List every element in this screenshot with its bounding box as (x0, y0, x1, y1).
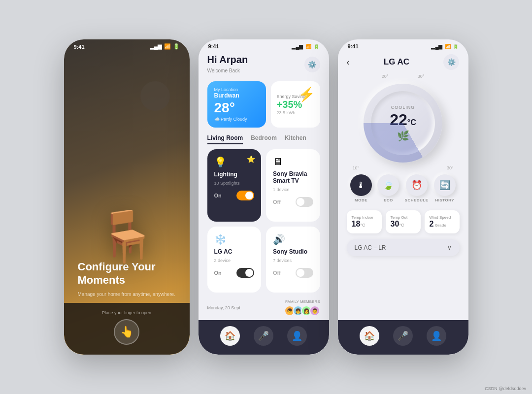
nav-profile-2[interactable]: 👤 (287, 326, 307, 346)
stat-wind: Wind Speed 2 Grade (425, 210, 460, 233)
fingerprint-label: Place your finger to open (102, 310, 151, 315)
weather-row: My Location Burdwan 28° ☁️ Partly Cloudy… (199, 78, 329, 131)
temp-labels-bottom: 10° 30° (338, 165, 468, 170)
battery-icon: 🔋 (173, 43, 180, 50)
dial-outer: COOLING 22°C 🌿 (364, 84, 442, 163)
lighting-toggle-row: On (214, 191, 255, 200)
toggle-knob (245, 192, 253, 199)
weather-location-label: My Location (214, 87, 259, 92)
p2-header: Hi Arpan Welcome Back ⚙️ (199, 51, 329, 78)
star-badge: ⭐ (247, 155, 255, 163)
temp-30b: 30° (447, 165, 454, 170)
studio-toggle[interactable] (296, 268, 313, 278)
nav-home-2[interactable]: 🏠 (220, 326, 240, 346)
mode-btn-eco[interactable]: 🍃 ECO (377, 174, 399, 202)
toggle-knob-ac (245, 269, 253, 277)
tab-bedroom[interactable]: Bedroom (251, 134, 277, 144)
mode-label-eco: ECO (384, 198, 393, 202)
device-card-tv: 🖥 Sony BraviaSmart TV 1 device Off (266, 149, 320, 222)
ac-icon: ❄️ (214, 233, 255, 245)
tv-sub: 1 device (273, 187, 313, 192)
studio-toggle-row: Off (273, 268, 313, 278)
ac-toggle[interactable] (236, 268, 254, 278)
device-card-lighting: ⭐ 💡 Lighting 10 Spotlights On (207, 149, 262, 222)
p2-footer: Monday, 20 Sept FAMILY MEMBERS 👦 👧 👩 👨 (199, 296, 329, 320)
studio-sub: 7 devices (273, 258, 313, 263)
weather-temp: 28° (214, 100, 259, 116)
temp-30: 30° (418, 74, 425, 79)
mode-icon-history: 🔄 (434, 174, 456, 196)
p3-settings-button[interactable]: ⚙️ (443, 54, 459, 70)
outdoor-value: 30°C (391, 220, 416, 229)
decor-circle (140, 81, 170, 111)
lighting-toggle[interactable] (236, 191, 254, 200)
bottom-nav-1: Place your finger to open 👆 (64, 303, 190, 355)
nav-profile-3[interactable]: 👤 (427, 326, 446, 346)
back-button[interactable]: ‹ (347, 57, 350, 67)
lighting-sub: 10 Spotlights (214, 181, 255, 186)
indoor-value: 18°C (352, 220, 377, 229)
bottom-nav-2: 🏠 🎤 👤 (199, 320, 329, 355)
phone-3: 9:41 ▂▄▆ 📶 🔋 ‹ LG AC ⚙️ 20° 30° (338, 39, 468, 355)
ac-dropdown[interactable]: LG AC – LR ∨ (347, 239, 460, 256)
fingerprint-icon: 👆 (120, 326, 133, 338)
thermostat-area: COOLING 22°C 🌿 (338, 79, 468, 165)
fingerprint-button[interactable]: 👆 (114, 319, 139, 345)
greeting-area: Hi Arpan Welcome Back (207, 54, 248, 74)
mode-icon-eco: 🍃 (377, 174, 399, 196)
mode-icon-symbol: 🌡 (357, 180, 366, 191)
time-1: 9:41 (74, 44, 85, 50)
family-label: FAMILY MEMBERS (285, 299, 320, 304)
mode-btn-schedule[interactable]: ⏰ SCHEDULE (405, 174, 429, 202)
tab-kitchen[interactable]: Kitchen (285, 134, 306, 144)
chair-image: 🪑 (96, 207, 158, 265)
mode-btn-mode[interactable]: 🌡 MODE (350, 174, 372, 202)
phone-2: 9:41 ▂▄▆ 📶 🔋 Hi Arpan Welcome Back ⚙️ My… (199, 39, 329, 355)
watermark: CSDN @defdsdddev (485, 386, 526, 391)
dropdown-label: LG AC – LR (355, 244, 386, 251)
settings-button[interactable]: ⚙️ (304, 57, 320, 72)
device-card-studio: 🔊 Sony Studio 7 devices Off (266, 227, 320, 293)
subtext: Manage your home from anytime, anywhere. (78, 291, 176, 298)
weather-card: My Location Burdwan 28° ☁️ Partly Cloudy (207, 81, 266, 128)
ac-modes: 🌡 MODE 🍃 ECO ⏰ SCHEDULE 🔄 HISTORY (338, 170, 468, 206)
battery-icon-3: 🔋 (453, 44, 459, 49)
mode-icon-schedule: ⏰ (406, 174, 428, 196)
bolt-icon: ⚡ (298, 86, 315, 102)
footer-date: Monday, 20 Sept (207, 305, 240, 310)
hero-area: 🪑 (64, 52, 190, 261)
wifi-icon: 📶 (164, 43, 171, 50)
outdoor-label: Temp Out (391, 215, 416, 220)
status-bar-2: 9:41 ▂▄▆ 📶 🔋 (199, 39, 329, 51)
lighting-name: Lighting (214, 171, 255, 178)
indoor-label: Temp Indoor (352, 215, 377, 220)
nav-mic-2[interactable]: 🎤 (254, 326, 273, 346)
wind-label: Wind Speed (430, 215, 455, 220)
battery-icon-2: 🔋 (313, 44, 319, 49)
wind-value: 2 Grade (430, 220, 455, 229)
toggle-knob-tv (297, 198, 304, 206)
greeting-sub: Welcome Back (207, 68, 240, 73)
mode-label-mode: MODE (355, 198, 367, 202)
tv-toggle[interactable] (296, 197, 313, 207)
time-2: 9:41 (208, 43, 219, 49)
ac-toggle-row: On (214, 268, 255, 278)
nav-home-3[interactable]: 🏠 (360, 326, 379, 346)
mode-label-history: HISTORY (435, 198, 455, 202)
temp-10: 10° (353, 165, 360, 170)
toggle-knob-studio (297, 269, 304, 277)
lighting-state: On (214, 193, 222, 198)
phone-3-content: 9:41 ▂▄▆ 📶 🔋 ‹ LG AC ⚙️ 20° 30° (338, 39, 468, 355)
studio-state: Off (273, 270, 281, 276)
ac-name: LG AC (214, 248, 255, 255)
hero-text: Configure Your Moments Manage your home … (64, 261, 190, 303)
tab-living-room[interactable]: Living Room (207, 134, 243, 144)
nav-mic-3[interactable]: 🎤 (393, 326, 413, 346)
stat-indoor: Temp Indoor 18°C (347, 210, 382, 233)
ac-sub: 2 device (214, 258, 255, 263)
mode-btn-history[interactable]: 🔄 HISTORY (434, 174, 456, 202)
wifi-icon-3: 📶 (445, 44, 451, 49)
tv-name: Sony BraviaSmart TV (273, 170, 313, 184)
signal-icon-3: ▂▄▆ (431, 44, 442, 49)
weather-condition: ☁️ Partly Cloudy (214, 117, 259, 122)
